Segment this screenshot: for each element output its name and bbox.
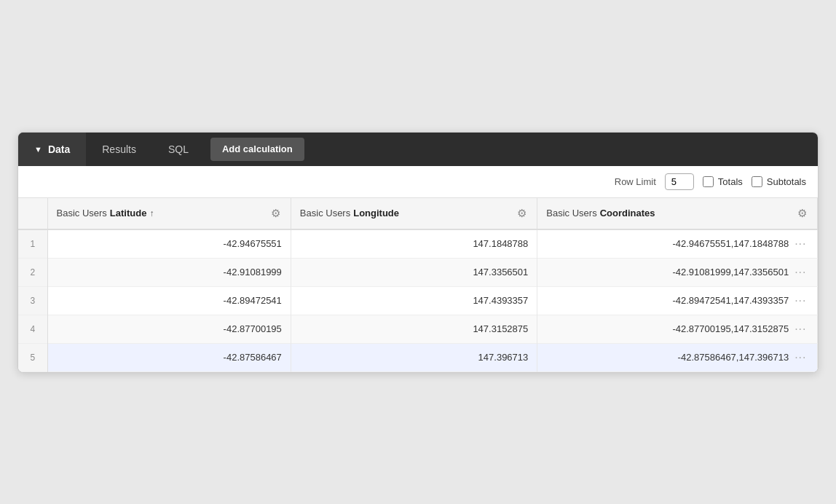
table-row-longitude: 147.396713 bbox=[291, 343, 537, 371]
data-table: Basic Users Latitude ↑ ⚙ Basic Users Lon… bbox=[18, 198, 818, 372]
table-row-longitude: 147.4393357 bbox=[291, 286, 537, 315]
tab-data[interactable]: ▼ Data bbox=[18, 133, 86, 166]
col-longitude-gear[interactable]: ⚙ bbox=[516, 205, 528, 221]
table-row-coordinates: -42.87700195,147.3152875··· bbox=[537, 315, 817, 343]
col-header-rownum bbox=[18, 198, 47, 229]
coord-text: -42.91081999,147.3356501 bbox=[672, 267, 789, 277]
toolbar: Row Limit Totals Subtotals bbox=[18, 166, 818, 198]
table-row-latitude: -42.87700195 bbox=[47, 315, 291, 343]
tab-bar: ▼ Data Results SQL Add calculation bbox=[18, 133, 818, 166]
table-row-longitude: 147.3152875 bbox=[291, 315, 537, 343]
table-row-coordinates: -42.94675551,147.1848788··· bbox=[537, 230, 817, 258]
tab-results-label: Results bbox=[102, 143, 136, 155]
table-row-longitude: 147.3356501 bbox=[291, 258, 537, 286]
col-header-coordinates: Basic Users Coordinates ⚙ bbox=[537, 198, 818, 229]
totals-label: Totals bbox=[718, 176, 743, 187]
col-coordinates-prefix: Basic Users bbox=[546, 208, 596, 218]
table-row-latitude: -42.91081999 bbox=[47, 258, 291, 286]
totals-checkbox-group[interactable]: Totals bbox=[703, 176, 743, 187]
tab-results[interactable]: Results bbox=[86, 133, 152, 166]
ellipsis-button[interactable]: ··· bbox=[793, 237, 808, 251]
table-row-latitude: -42.87586467 bbox=[47, 343, 291, 371]
subtotals-checkbox[interactable] bbox=[752, 176, 762, 187]
tab-sql[interactable]: SQL bbox=[152, 133, 205, 166]
totals-checkbox[interactable] bbox=[703, 176, 714, 187]
table-row-num: 3 bbox=[18, 286, 47, 315]
coord-text: -42.87700195,147.3152875 bbox=[672, 323, 789, 334]
ellipsis-button[interactable]: ··· bbox=[793, 294, 808, 307]
col-header-longitude: Basic Users Longitude ⚙ bbox=[291, 198, 537, 229]
table-row-latitude: -42.94675551 bbox=[47, 229, 291, 259]
table-row-coordinates: -42.87586467,147.396713··· bbox=[537, 344, 817, 371]
ellipsis-button[interactable]: ··· bbox=[793, 351, 808, 364]
table-row-num: 2 bbox=[18, 258, 47, 286]
subtotals-checkbox-group[interactable]: Subtotals bbox=[752, 176, 806, 187]
subtotals-label: Subtotals bbox=[767, 176, 806, 187]
tab-data-label: Data bbox=[48, 143, 70, 155]
add-calculation-label: Add calculation bbox=[222, 143, 293, 154]
coord-text: -42.87586467,147.396713 bbox=[678, 352, 789, 363]
ellipsis-button[interactable]: ··· bbox=[793, 266, 808, 279]
col-latitude-prefix: Basic Users bbox=[57, 208, 107, 218]
col-coordinates-bold: Coordinates bbox=[600, 208, 655, 218]
row-limit-label: Row Limit bbox=[615, 176, 656, 187]
data-table-container: Basic Users Latitude ↑ ⚙ Basic Users Lon… bbox=[18, 198, 818, 372]
row-limit-input[interactable] bbox=[665, 173, 694, 190]
col-header-latitude: Basic Users Latitude ↑ ⚙ bbox=[47, 198, 291, 229]
add-calculation-button[interactable]: Add calculation bbox=[210, 138, 304, 161]
table-row-longitude: 147.1848788 bbox=[291, 229, 537, 259]
tab-sql-label: SQL bbox=[168, 143, 189, 155]
table-row-num: 5 bbox=[18, 343, 47, 371]
chevron-icon: ▼ bbox=[34, 145, 42, 154]
col-latitude-bold: Latitude bbox=[110, 208, 147, 218]
table-row-coordinates: -42.89472541,147.4393357··· bbox=[537, 287, 817, 315]
sort-arrow-icon: ↑ bbox=[149, 208, 154, 218]
coord-text: -42.94675551,147.1848788 bbox=[672, 238, 789, 249]
coord-text: -42.89472541,147.4393357 bbox=[672, 295, 789, 306]
ellipsis-button[interactable]: ··· bbox=[793, 323, 808, 336]
table-row-coordinates: -42.91081999,147.3356501··· bbox=[537, 259, 817, 286]
table-row-latitude: -42.89472541 bbox=[47, 286, 291, 315]
col-longitude-prefix: Basic Users bbox=[300, 208, 350, 218]
col-latitude-gear[interactable]: ⚙ bbox=[269, 205, 282, 221]
table-row-num: 4 bbox=[18, 315, 47, 343]
table-row-num: 1 bbox=[18, 229, 47, 259]
col-longitude-bold: Longitude bbox=[353, 208, 399, 218]
col-coordinates-gear[interactable]: ⚙ bbox=[796, 205, 808, 221]
